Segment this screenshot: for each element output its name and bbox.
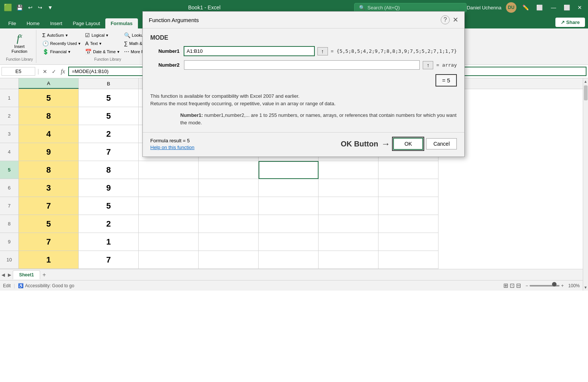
cancel-button[interactable]: Cancel <box>426 138 457 149</box>
arg-desc-body: number1,number2,... are 1 to 255 numbers… <box>180 112 456 125</box>
dialog-body: MODE Number1 ↑ = {5,5;8,5;4,2;9,7;8,8;3,… <box>143 28 464 132</box>
number1-label: Number1 <box>150 48 184 54</box>
number1-input-wrap: ↑ <box>184 46 328 56</box>
number1-value: {5,5;8,5;4,2;9,7;8,8;3,9;7,5;5,2;7,1;1,7… <box>337 48 457 54</box>
ok-button[interactable]: OK <box>393 138 423 150</box>
dialog-close-button[interactable]: ✕ <box>453 16 458 24</box>
arg-row-number2: Number2 ↑ = array <box>150 60 457 70</box>
number1-collapse-button[interactable]: ↑ <box>317 47 328 55</box>
number2-equals: = <box>436 62 439 68</box>
footer-left: Formula result = 5 Help on this function <box>150 137 195 151</box>
number2-collapse-button[interactable]: ↑ <box>423 61 433 69</box>
number2-input-wrap: ↑ <box>184 60 433 70</box>
number2-input[interactable] <box>184 60 420 70</box>
number2-value: array <box>442 62 457 68</box>
function-arguments-dialog: Function Arguments ? ✕ MODE Number1 ↑ = … <box>142 11 465 157</box>
number2-label: Number2 <box>150 62 184 68</box>
function-description: This function is available for compatibi… <box>150 93 457 107</box>
result-display: = 5 <box>435 74 457 87</box>
dialog-title-actions: ? ✕ <box>441 15 458 24</box>
ok-button-annotation: OK Button <box>341 140 378 148</box>
number1-equals: = <box>331 48 334 54</box>
formula-result-label: Formula result = 5 <box>150 138 190 143</box>
dialog-buttons: OK Button → OK Cancel <box>341 138 457 150</box>
result-box: = 5 <box>150 74 457 87</box>
dialog-overlay: Function Arguments ? ✕ MODE Number1 ↑ = … <box>0 0 588 382</box>
number1-input[interactable] <box>184 46 314 56</box>
dialog-help-button[interactable]: ? <box>441 15 450 24</box>
function-name-label: MODE <box>150 34 457 41</box>
dialog-title: Function Arguments <box>149 17 199 23</box>
arg-desc-text: Number1: number1,number2,... are 1 to 25… <box>150 112 457 126</box>
arg-description: Number1: number1,number2,... are 1 to 25… <box>150 112 457 126</box>
dialog-footer: Formula result = 5 Help on this function… <box>143 132 464 157</box>
arg-desc-label: Number1: <box>180 112 203 118</box>
arg-row-number1: Number1 ↑ = {5,5;8,5;4,2;9,7;8,8;3,9;7,5… <box>150 46 457 56</box>
dialog-title-bar: Function Arguments ? ✕ <box>143 12 464 28</box>
help-link[interactable]: Help on this function <box>150 145 195 150</box>
ok-arrow-icon: → <box>381 139 390 149</box>
